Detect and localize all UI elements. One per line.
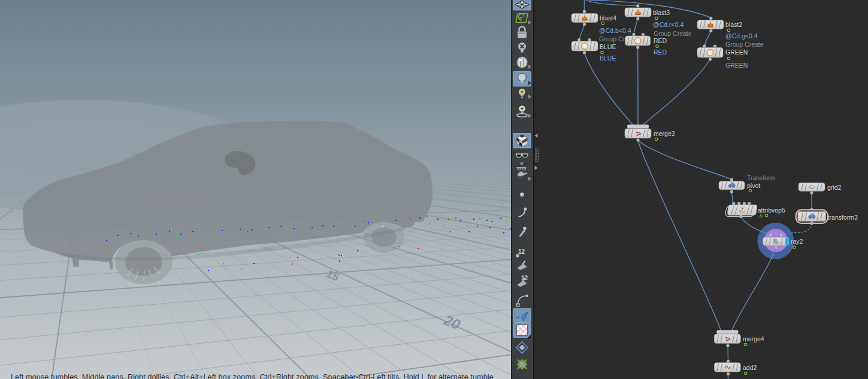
svg-text:grid2: grid2 — [827, 184, 842, 191]
svg-text:Left mouse tumbles, Middle pan: Left mouse tumbles, Middle pans, Right d… — [11, 372, 494, 379]
svg-text:Group Create: Group Create — [725, 41, 764, 48]
svg-text:transform3: transform3 — [828, 214, 858, 221]
svg-text:merge4: merge4 — [743, 335, 764, 342]
svg-text:BLUE: BLUE — [600, 54, 616, 62]
svg-text:pivot: pivot — [747, 182, 760, 189]
svg-text:12: 12 — [521, 275, 528, 281]
svg-text:ray2: ray2 — [791, 238, 803, 245]
svg-text:attribvop5: attribvop5 — [758, 207, 785, 214]
svg-text:blast3: blast3 — [653, 9, 670, 16]
svg-text:@Cd.g<0.4: @Cd.g<0.4 — [725, 32, 758, 40]
svg-text:RED: RED — [654, 48, 667, 56]
svg-text:GREEN: GREEN — [725, 62, 748, 69]
svg-text:blast4: blast4 — [600, 14, 616, 22]
svg-text:@Cd.r<0.4: @Cd.r<0.4 — [653, 21, 683, 28]
svg-text:@Cd.b<0.4: @Cd.b<0.4 — [599, 27, 631, 34]
svg-text:blast2: blast2 — [725, 21, 742, 28]
svg-text:add2: add2 — [743, 364, 757, 371]
svg-text:Group Create: Group Create — [654, 30, 692, 37]
svg-text:GREEN: GREEN — [725, 48, 748, 56]
svg-text:Transform: Transform — [747, 174, 776, 181]
svg-text:BLUE: BLUE — [600, 43, 616, 50]
svg-text:RED: RED — [654, 37, 667, 44]
svg-text:12: 12 — [518, 248, 525, 255]
svg-text:merge3: merge3 — [654, 130, 675, 137]
